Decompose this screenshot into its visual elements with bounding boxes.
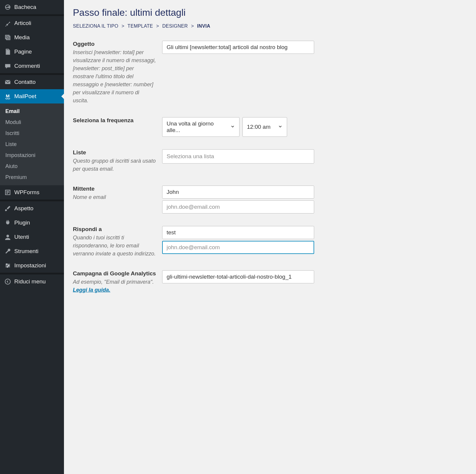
breadcrumb-step-type[interactable]: SELEZIONA IL TIPO	[73, 23, 118, 29]
ga-label: Campagna di Google Analytics	[73, 270, 156, 277]
wrench-icon	[4, 248, 11, 255]
form-row-subject: Oggetto Inserisci [newsletter: total] pe…	[73, 41, 314, 105]
breadcrumb-step-send[interactable]: INVIA	[197, 23, 210, 29]
ga-hint: Ad esempio, "Email di primavera". Leggi …	[73, 278, 156, 294]
sidebar-item-wpforms[interactable]: WPForms	[0, 185, 64, 200]
sidebar-item-media[interactable]: Media	[0, 30, 64, 45]
frequency-time-value: 12:00 am	[247, 124, 270, 130]
frequency-interval-value: Una volta al giorno alle...	[167, 120, 227, 134]
lists-hint: Questo gruppo di iscritti sarà usato per…	[73, 157, 156, 173]
page-title: Passo finale: ultimi dettagli	[73, 7, 314, 18]
admin-sidebar: Bacheca Articoli Media Pagine Commenti C…	[0, 0, 64, 474]
submenu-item-iscritti[interactable]: Iscritti	[0, 128, 64, 139]
sidebar-item-label: Commenti	[14, 63, 40, 69]
submenu-item-liste[interactable]: Liste	[0, 139, 64, 150]
form-icon	[4, 189, 11, 196]
svg-rect-1	[5, 80, 10, 84]
sidebar-item-label: Utenti	[14, 234, 29, 240]
brush-icon	[4, 205, 11, 212]
pages-icon	[4, 48, 11, 55]
sidebar-item-label: MailPoet	[14, 93, 36, 100]
sender-email-input[interactable]	[162, 200, 314, 214]
form-row-ga: Campagna di Google Analytics Ad esempio,…	[73, 270, 314, 294]
svg-text:M: M	[6, 93, 10, 98]
breadcrumb-sep: >	[191, 23, 194, 29]
sidebar-item-label: Pagine	[14, 48, 32, 55]
sidebar-submenu-mailpoet: Email Moduli Iscritti Liste Impostazioni…	[0, 103, 64, 185]
submenu-item-moduli[interactable]: Moduli	[0, 117, 64, 128]
comment-icon	[4, 62, 11, 70]
submenu-item-aiuto[interactable]: Aiuto	[0, 161, 64, 172]
svg-point-4	[7, 235, 9, 237]
sidebar-item-users[interactable]: Utenti	[0, 230, 64, 244]
sidebar-item-posts[interactable]: Articoli	[0, 16, 64, 30]
sidebar-item-pages[interactable]: Pagine	[0, 45, 64, 59]
sidebar-item-collapse[interactable]: Riduci menu	[0, 274, 64, 289]
sidebar-item-label: Impostazioni	[14, 262, 46, 269]
sidebar-item-label: WPForms	[14, 189, 39, 196]
form-row-sender: Mittente Nome e email	[73, 186, 314, 214]
svg-point-7	[7, 266, 8, 267]
sidebar-item-settings[interactable]: Impostazioni	[0, 258, 64, 273]
replyto-name-input[interactable]	[162, 226, 314, 239]
sidebar-item-label: Riduci menu	[14, 278, 46, 285]
main-content: Passo finale: ultimi dettagli SELEZIONA …	[64, 0, 326, 474]
subject-input[interactable]	[162, 41, 314, 54]
breadcrumb-sep: >	[156, 23, 159, 29]
sidebar-item-appearance[interactable]: Aspetto	[0, 201, 64, 216]
lists-select[interactable]: Seleziona una lista	[162, 149, 314, 164]
frequency-time-select[interactable]: 12:00 am	[242, 117, 287, 137]
submenu-item-email[interactable]: Email	[0, 106, 64, 117]
breadcrumb-step-designer[interactable]: DESIGNER	[162, 23, 188, 29]
chevron-down-icon	[278, 124, 283, 130]
subject-hint: Inserisci [newsletter: total] per visual…	[73, 48, 156, 105]
breadcrumb-sep: >	[121, 23, 124, 29]
svg-point-0	[7, 37, 8, 38]
sidebar-item-label: Media	[14, 34, 30, 41]
sidebar-item-label: Bacheca	[14, 4, 36, 10]
sidebar-item-contact[interactable]: Contatto	[0, 75, 64, 89]
user-icon	[4, 233, 11, 241]
ga-hint-text: Ad esempio, "Email di primavera".	[73, 279, 154, 285]
replyto-email-input[interactable]	[162, 241, 314, 254]
media-icon	[4, 34, 11, 41]
sender-label: Mittente	[73, 186, 156, 192]
sidebar-item-tools[interactable]: Strumenti	[0, 244, 64, 258]
submenu-item-premium[interactable]: Premium	[0, 172, 64, 183]
breadcrumb: SELEZIONA IL TIPO > TEMPLATE > DESIGNER …	[73, 23, 314, 29]
sender-name-input[interactable]	[162, 186, 314, 199]
sidebar-item-label: Strumenti	[14, 248, 38, 255]
pin-icon	[4, 20, 11, 27]
sidebar-item-mailpoet[interactable]: M MailPoet	[0, 89, 64, 103]
sidebar-item-label: Aspetto	[14, 205, 33, 212]
ga-campaign-input[interactable]	[162, 270, 314, 283]
form-row-frequency: Seleziona la frequenza Una volta al gior…	[73, 117, 314, 137]
lists-label: Liste	[73, 149, 156, 156]
replyto-label: Rispondi a	[73, 226, 156, 233]
ga-guide-link[interactable]: Leggi la guida.	[73, 287, 110, 293]
subject-label: Oggetto	[73, 41, 156, 47]
sidebar-item-label: Contatto	[14, 79, 36, 85]
collapse-icon	[4, 278, 11, 285]
form-row-lists: Liste Questo gruppo di iscritti sarà usa…	[73, 149, 314, 173]
mail-icon	[4, 79, 11, 86]
replyto-hint: Quando i tuoi iscritti ti risponderanno,…	[73, 234, 156, 258]
frequency-interval-select[interactable]: Una volta al giorno alle...	[162, 117, 239, 137]
plug-icon	[4, 219, 11, 226]
mailpoet-icon: M	[4, 93, 11, 100]
sidebar-item-label: Plugin	[14, 219, 30, 226]
sidebar-item-label: Articoli	[14, 20, 31, 26]
sliders-icon	[4, 262, 11, 269]
form-row-replyto: Rispondi a Quando i tuoi iscritti ti ris…	[73, 226, 314, 258]
dashboard-icon	[4, 4, 11, 11]
sidebar-item-comments[interactable]: Commenti	[0, 59, 64, 73]
lists-placeholder: Seleziona una lista	[167, 153, 214, 160]
frequency-label: Seleziona la frequenza	[73, 117, 156, 124]
svg-point-8	[5, 279, 10, 284]
submenu-item-impostazioni[interactable]: Impostazioni	[0, 150, 64, 161]
sidebar-item-plugins[interactable]: Plugin	[0, 216, 64, 230]
sidebar-item-dashboard[interactable]: Bacheca	[0, 0, 64, 14]
svg-point-5	[6, 264, 7, 265]
chevron-down-icon	[230, 124, 235, 130]
breadcrumb-step-template[interactable]: TEMPLATE	[128, 23, 153, 29]
